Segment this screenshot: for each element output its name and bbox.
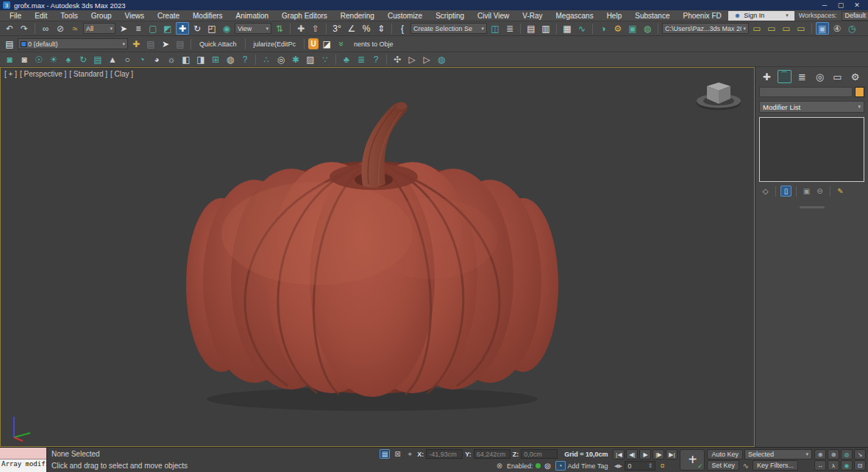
elements-to-object-button[interactable]: nents to Obje [349, 38, 398, 50]
current-layer-dropdown[interactable]: 0 (default)▾ [18, 38, 128, 49]
reference-coordinate-system-dropdown[interactable]: View▾ [235, 23, 271, 34]
select-by-name-icon[interactable]: ≡ [132, 22, 145, 35]
snaps-toggle-icon[interactable]: 3° [330, 22, 344, 35]
select-and-move-icon[interactable]: ✚ [176, 22, 189, 35]
quick-attach-button[interactable]: Quick Attach [195, 38, 241, 50]
create-tab-icon[interactable]: ✚ [760, 70, 774, 83]
redo-icon[interactable]: ↷ [18, 22, 31, 35]
select-object-icon[interactable]: ➤ [117, 22, 130, 35]
orbit-icon[interactable]: ◉ [841, 460, 853, 471]
menu-phoenix-fd[interactable]: Phoenix FD [676, 12, 728, 20]
frame-tool-1-icon[interactable]: ◧ [179, 53, 193, 66]
open-schematic-view-icon[interactable]: ∿ [575, 22, 588, 35]
configure-modifier-sets-icon[interactable]: ✎ [835, 186, 846, 197]
x-coordinate-field[interactable]: -41,93cm [426, 449, 463, 459]
zoom-region-icon[interactable]: ↘ [854, 449, 866, 459]
doc-tool-2-icon[interactable]: ▷ [420, 53, 433, 66]
angle-snap-toggle-icon[interactable]: ∠ [345, 22, 358, 35]
teapot-tool-icon[interactable]: ◍ [224, 53, 237, 66]
remove-modifier-icon[interactable]: ⊖ [814, 186, 825, 197]
phoenix-tool-icon[interactable]: ✣ [391, 53, 404, 66]
modifier-stack[interactable] [759, 117, 864, 182]
keyboard-shortcut-override-toggle-icon[interactable]: ⇧ [309, 22, 322, 35]
workspace-dropdown[interactable]: Default ▾ [842, 11, 868, 21]
walk-through-icon[interactable]: λ [828, 460, 839, 471]
select-and-uniform-scale-icon[interactable]: ◰ [205, 22, 218, 35]
menu-v-ray[interactable]: V-Ray [516, 12, 549, 20]
plant-tool-icon[interactable]: ▲ [106, 53, 119, 66]
camera-tool-1-icon[interactable]: ◙ [3, 53, 16, 66]
frame-tool-2-icon[interactable]: ◨ [194, 53, 207, 66]
project-folder-dropdown[interactable]: C:\Users\Paz...3ds Max 2023▾ [662, 23, 749, 34]
doc-tool-1-icon[interactable]: ▷ [405, 53, 419, 66]
add-time-tag[interactable]: Add Time Tag [568, 462, 608, 470]
menu-edit[interactable]: Edit [28, 12, 54, 20]
minimize-button[interactable]: ─ [817, 1, 833, 9]
zoom-extents-icon[interactable]: ◍ [841, 449, 853, 459]
auto-key-button[interactable]: Auto Key [707, 449, 743, 459]
select-and-place-icon[interactable]: ◉ [220, 22, 233, 35]
layer-manager-icon[interactable]: ▤ [3, 38, 16, 50]
select-and-link-icon[interactable]: ∞ [39, 22, 52, 35]
play-icon[interactable]: ▶ [639, 449, 651, 459]
render-setup-icon[interactable]: ⚙ [611, 22, 625, 35]
material-editor-icon[interactable]: ◑ [597, 22, 610, 35]
sign-in-button[interactable]: ☻ Sign In ▾ [728, 11, 794, 21]
dots-tool-2-icon[interactable]: ∵ [319, 53, 332, 66]
edit-named-selection-sets-icon[interactable]: { [396, 22, 409, 35]
camera-tool-2-icon[interactable]: ◙ [18, 53, 31, 66]
add-selection-to-layer-icon[interactable]: ▤ [144, 38, 157, 50]
motion-tab-icon[interactable]: ◎ [813, 70, 827, 83]
perspective-viewport[interactable]: [ + ] [ Perspective ] [ Standard ] [ Cla… [0, 67, 755, 447]
ring-tool-icon[interactable]: ○ [121, 53, 134, 66]
key-mode-icon[interactable]: ¤ [657, 461, 667, 471]
contrast-toggle-icon[interactable]: ◪ [320, 38, 333, 50]
regularize-editpoly-button[interactable]: jularize(EditPc [249, 38, 301, 50]
align-icon[interactable]: ≣ [503, 22, 516, 35]
viewcube[interactable] [692, 77, 745, 112]
list-tool-icon[interactable]: ≣ [355, 53, 368, 66]
menu-group[interactable]: Group [85, 12, 118, 20]
selection-lock-icon[interactable]: ⊠ [392, 449, 402, 459]
current-frame-field[interactable]: 0 ⇕ [625, 461, 655, 471]
help-tool-2-icon[interactable]: ? [369, 53, 383, 66]
unlink-selection-icon[interactable]: ⊘ [54, 22, 67, 35]
menu-animation[interactable]: Animation [230, 12, 275, 20]
isolate-selection-toggle[interactable]: ▦ [380, 449, 390, 459]
notes-tool-icon[interactable]: ▤ [91, 53, 104, 66]
object-color-swatch[interactable] [855, 87, 864, 97]
show-end-result-icon[interactable]: ▯ [780, 186, 791, 197]
bulb-tool-icon[interactable]: ☼ [165, 53, 178, 66]
make-unique-icon[interactable]: ▣ [801, 186, 812, 197]
hierarchy-tab-icon[interactable]: ≣ [795, 70, 809, 83]
selection-set-dropdown[interactable]: Selected ▾ [744, 449, 812, 459]
pan-icon[interactable]: ↔ [814, 460, 826, 471]
checker-brush-tool-icon[interactable]: ▨ [304, 53, 317, 66]
pin-stack-icon[interactable]: ◇ [760, 186, 771, 197]
undo-icon[interactable]: ↶ [3, 22, 16, 35]
menu-file[interactable]: File [3, 12, 28, 20]
palette-tool-icon[interactable]: ◕ [150, 53, 163, 66]
display-tab-icon[interactable]: ▭ [830, 70, 844, 83]
spinner-snap-toggle-icon[interactable]: ⇕ [374, 22, 388, 35]
set-keys-button[interactable]: + ✓ [680, 449, 705, 471]
frame-nudge-icon[interactable]: ◀▶ [613, 461, 623, 471]
go-to-end-icon[interactable]: ▶| [666, 449, 677, 459]
asset-tool-4-icon[interactable]: ▭ [794, 22, 808, 35]
menu-substance[interactable]: Substance [628, 12, 676, 20]
open-curve-editor-icon[interactable]: ▦ [561, 22, 574, 35]
time-tag-icon[interactable]: ◔ [555, 461, 566, 471]
listener-macro-line[interactable] [0, 448, 46, 459]
refresh-tool-icon[interactable]: ↻ [77, 53, 90, 66]
absolute-offset-mode-icon[interactable]: ⌖ [405, 449, 415, 459]
asset-tool-3-icon[interactable]: ▭ [780, 22, 793, 35]
maximize-button[interactable]: ▢ [833, 1, 849, 9]
time-history-clock-icon[interactable]: ◷ [845, 22, 858, 35]
go-to-start-icon[interactable]: |◀ [613, 449, 625, 459]
menu-help[interactable]: Help [600, 12, 629, 20]
add-frame-tool-icon[interactable]: ⊞ [209, 53, 222, 66]
tree-tool-icon[interactable]: ♠ [62, 53, 75, 66]
modifier-list-dropdown[interactable]: Modifier List ▾ [759, 101, 864, 113]
viewport-menu-pov[interactable]: [ Perspective ] [20, 70, 66, 78]
zoom-all-icon[interactable]: ⊛ [828, 449, 839, 459]
